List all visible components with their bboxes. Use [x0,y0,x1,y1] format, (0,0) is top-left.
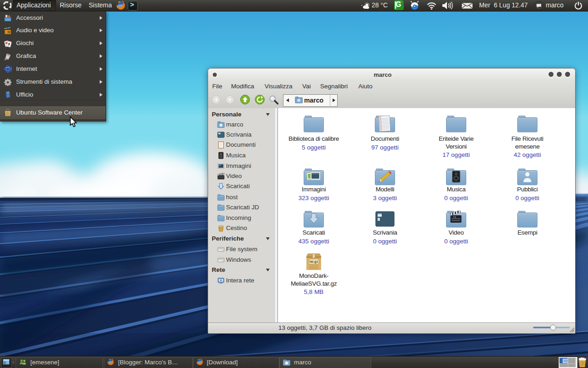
svg-text:tar.gz: tar.gz [310,260,318,264]
svg-text:7 4: 7 4 [453,216,456,218]
